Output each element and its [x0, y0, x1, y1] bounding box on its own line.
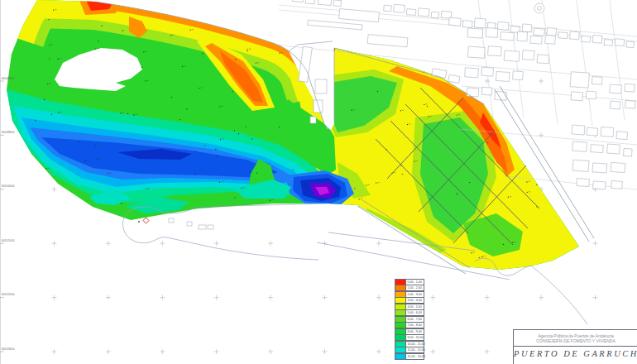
sounding-point — [242, 188, 242, 189]
sounding-point — [232, 91, 233, 92]
sounding-point — [220, 139, 221, 140]
sounding-point — [536, 184, 537, 185]
legend-range-label: 12,00 - 13,00 — [406, 353, 424, 360]
sounding-point — [562, 161, 563, 162]
sounding-point — [234, 197, 235, 198]
sounding-point — [531, 89, 532, 90]
sounding-point — [502, 85, 503, 86]
depth-legend: 0,00 - 1,001,00 - 2,002,00 - 3,003,00 - … — [395, 279, 424, 360]
sounding-point — [215, 149, 216, 150]
sounding-point — [238, 133, 239, 134]
sounding-point — [508, 125, 509, 126]
sounding-point — [424, 104, 424, 105]
sounding-point — [194, 151, 195, 152]
sounding-point — [256, 173, 257, 174]
sounding-point — [219, 106, 220, 107]
sounding-point — [479, 257, 480, 258]
sounding-point — [98, 41, 98, 41]
legend-row: 12,00 - 13,00 — [395, 353, 424, 360]
title-block: Agencia Pública de Puertos de Andalucía … — [513, 329, 637, 364]
sounding-point — [199, 88, 199, 89]
sounding-point — [79, 141, 79, 141]
sounding-point — [95, 48, 96, 49]
sounding-point — [57, 59, 58, 60]
sounding-point — [366, 184, 366, 185]
sounding-point — [202, 53, 203, 54]
sounding-point — [407, 124, 408, 125]
sounding-point — [469, 182, 470, 183]
sounding-point — [354, 188, 355, 189]
sounding-point — [44, 99, 45, 100]
sounding-point — [85, 160, 86, 161]
sounding-point — [170, 35, 171, 36]
sounding-point — [46, 168, 46, 169]
sounding-point — [217, 156, 218, 156]
sounding-point — [52, 185, 53, 186]
sounding-point — [377, 91, 378, 92]
sounding-point — [146, 188, 147, 189]
sounding-point — [145, 80, 146, 81]
sounding-point — [127, 113, 128, 114]
sounding-point — [162, 10, 163, 11]
sounding-point — [508, 197, 509, 198]
sounding-point — [263, 19, 264, 20]
sounding-point — [250, 171, 251, 172]
sounding-point — [94, 145, 95, 146]
sounding-point — [245, 126, 246, 127]
sounding-point — [359, 199, 360, 199]
sounding-point — [561, 104, 562, 105]
sounding-point — [279, 127, 280, 127]
sounding-point — [208, 9, 208, 10]
sounding-point — [122, 30, 123, 31]
sounding-point — [108, 173, 108, 174]
sounding-point — [48, 19, 49, 20]
sounding-point — [182, 66, 183, 67]
sounding-point — [234, 130, 235, 131]
sounding-point — [189, 30, 190, 31]
sounding-point — [482, 256, 483, 256]
sounding-point — [256, 63, 256, 64]
bathymetry-plan-canvas: 604800604900605000605100605200605300 0,0… — [0, 0, 637, 364]
sounding-point — [49, 45, 50, 46]
sounding-point — [279, 53, 280, 54]
sounding-point — [551, 107, 552, 108]
axis-label: 605300 — [2, 347, 15, 351]
sounding-point — [362, 248, 363, 249]
sounding-point — [280, 39, 280, 40]
sounding-point — [428, 116, 429, 117]
sounding-point — [180, 119, 180, 120]
sounding-point — [251, 138, 252, 139]
sounding-point — [204, 145, 205, 146]
sounding-point — [53, 10, 54, 11]
axis-label: 604900 — [2, 130, 15, 134]
sounding-point — [427, 106, 428, 107]
bathymetry-map — [0, 0, 637, 364]
sounding-point — [247, 49, 248, 50]
sounding-point — [141, 67, 142, 68]
sounding-point — [121, 203, 122, 204]
legend-color-swatch — [395, 353, 406, 360]
sounding-point — [329, 82, 330, 83]
axis-label: 605200 — [2, 292, 15, 296]
sounding-point — [457, 114, 457, 115]
sounding-point — [503, 244, 504, 245]
sounding-point — [101, 26, 102, 26]
sounding-point — [493, 79, 494, 79]
sounding-point — [490, 79, 491, 79]
sounding-point — [402, 174, 403, 175]
sounding-point — [526, 61, 527, 62]
axis-label: 605000 — [2, 184, 15, 188]
axis-label: 604800 — [2, 76, 15, 80]
sounding-point — [414, 160, 414, 161]
sounding-point — [564, 79, 565, 80]
sounding-point — [235, 59, 236, 60]
sounding-point — [35, 120, 36, 121]
sounding-point — [49, 58, 50, 59]
sounding-point — [527, 192, 528, 193]
sounding-point — [400, 110, 401, 111]
sounding-point — [194, 173, 195, 174]
sounding-point — [58, 113, 59, 113]
sounding-point — [98, 159, 98, 160]
sounding-point — [330, 60, 331, 61]
sounding-point — [376, 183, 376, 184]
